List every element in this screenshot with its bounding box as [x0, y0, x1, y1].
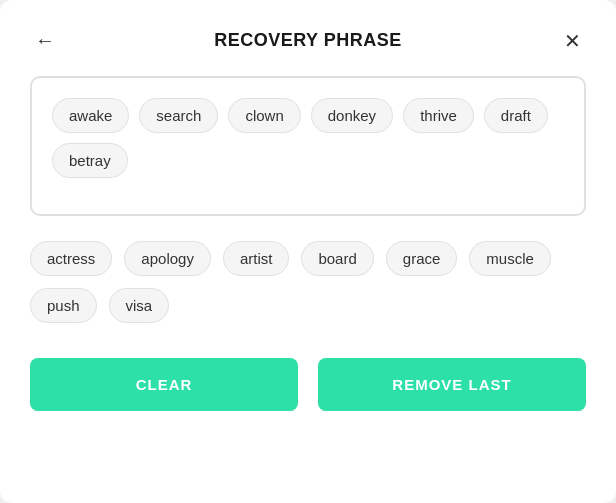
option-word[interactable]: actress [30, 241, 112, 276]
modal-title: RECOVERY PHRASE [214, 30, 402, 51]
selected-word: clown [228, 98, 300, 133]
modal-header: ← RECOVERY PHRASE ✕ [30, 20, 586, 56]
selected-word: draft [484, 98, 548, 133]
selected-word: search [139, 98, 218, 133]
remove-last-button[interactable]: REMOVE LAST [318, 358, 586, 411]
option-word[interactable]: artist [223, 241, 290, 276]
back-icon: ← [35, 29, 55, 52]
recovery-phrase-modal: ← RECOVERY PHRASE ✕ awakesearchclowndonk… [0, 0, 616, 503]
option-word[interactable]: grace [386, 241, 458, 276]
back-button[interactable]: ← [30, 24, 60, 57]
phrase-box: awakesearchclowndonkeythrivedraftbetray [30, 76, 586, 216]
actions-row: CLEAR REMOVE LAST [30, 358, 586, 411]
selected-word: thrive [403, 98, 474, 133]
word-options: actressapologyartistboardgracemusclepush… [30, 236, 586, 328]
option-word[interactable]: apology [124, 241, 211, 276]
selected-word: betray [52, 143, 128, 178]
close-icon: ✕ [564, 29, 581, 53]
selected-word: awake [52, 98, 129, 133]
option-word[interactable]: push [30, 288, 97, 323]
option-word[interactable]: board [301, 241, 373, 276]
close-button[interactable]: ✕ [559, 24, 586, 58]
option-word[interactable]: visa [109, 288, 170, 323]
selected-word: donkey [311, 98, 393, 133]
clear-button[interactable]: CLEAR [30, 358, 298, 411]
option-word[interactable]: muscle [469, 241, 551, 276]
